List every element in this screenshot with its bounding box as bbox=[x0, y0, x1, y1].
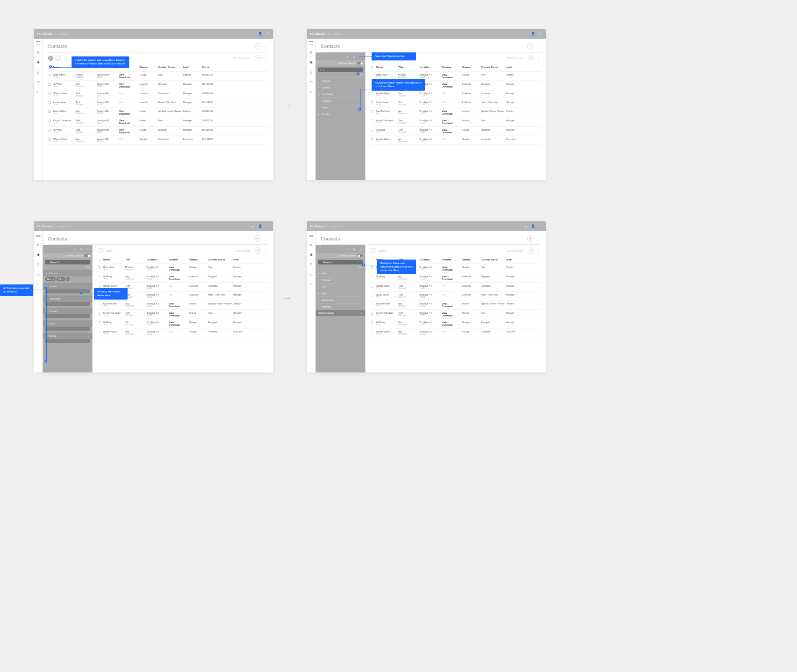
row-checkbox[interactable] bbox=[371, 138, 373, 141]
row-checkbox[interactable] bbox=[48, 138, 51, 141]
row-checkbox[interactable] bbox=[48, 92, 51, 95]
columns-icon[interactable]: ⦀ bbox=[528, 55, 534, 61]
table-row[interactable]: Wanda Sykes⚑✉ AppDeveloper Brooklyn NY11… bbox=[371, 328, 541, 337]
table-row[interactable]: Ali Wong⚑✉ TechManager Brooklyn NY11238 … bbox=[371, 127, 541, 136]
chip-close-icon[interactable]: × bbox=[53, 278, 54, 280]
filter-row[interactable]: +Skills⌄ bbox=[316, 270, 365, 276]
table-row[interactable]: Ali Wong⚑✉ AppDeveloper Brooklyn NY11238… bbox=[48, 81, 268, 90]
table-row[interactable]: Wanda Sykes⚑✉ TechManager Brooklyn NY112… bbox=[371, 90, 541, 99]
row-checkbox[interactable] bbox=[371, 110, 373, 113]
table-row[interactable]: Marc Maron⚑✉ ProductDesigner Brooklyn NY… bbox=[48, 72, 268, 81]
table-row[interactable]: Marc Maron⚑✉ ProductDesigner Brooklyn NY… bbox=[98, 264, 268, 273]
filter-row[interactable]: −Company⌄ bbox=[43, 308, 92, 314]
menu-icon[interactable] bbox=[36, 234, 40, 237]
zoom-icon[interactable]: ⊕ bbox=[352, 55, 356, 59]
chip[interactable]: HR × bbox=[56, 277, 65, 281]
table-row[interactable]: Ali Wong⚑✉ TechManager Brooklyn NY11238 … bbox=[371, 319, 541, 328]
row-checkbox[interactable] bbox=[371, 120, 373, 122]
table-row[interactable]: Ali Wong⚑✉ TechManager Brooklyn NY11238 … bbox=[48, 127, 268, 136]
add-button[interactable]: + bbox=[527, 43, 533, 49]
more-icon[interactable]: ⋮ bbox=[265, 224, 269, 228]
table-row[interactable]: Wanda Sykes⚑✉ AppDeveloper Brooklyn NY11… bbox=[371, 136, 541, 145]
page-more-icon[interactable]: ⋮ bbox=[536, 44, 541, 49]
row-checkbox[interactable] bbox=[48, 83, 51, 86]
zoom-icon[interactable]: ⊕ bbox=[79, 247, 83, 251]
col-status[interactable]: Contact Status bbox=[158, 66, 183, 69]
chip-close-icon[interactable]: × bbox=[62, 278, 64, 280]
table-row[interactable]: Wanda Sykes⚑✉ TechManager Brooklyn NY112… bbox=[48, 90, 268, 99]
filter-row[interactable]: −Status⌄ bbox=[43, 320, 92, 327]
table-row[interactable]: Wanda Sykes⚑✉ AppDeveloper Brooklyn NY11… bbox=[48, 136, 268, 145]
custom-search-row[interactable]: Custom Search⌄ bbox=[316, 310, 365, 316]
panel-more-icon[interactable]: ⋮ bbox=[359, 55, 363, 59]
advanced-toggle[interactable] bbox=[357, 62, 363, 64]
columns-icon[interactable]: ⦀ bbox=[255, 55, 261, 61]
row-checkbox[interactable] bbox=[48, 101, 51, 104]
page-more-icon[interactable]: ⋮ bbox=[263, 44, 268, 49]
user-icon[interactable]: 👤 bbox=[531, 224, 535, 228]
row-checkbox[interactable] bbox=[98, 321, 100, 324]
add-button[interactable]: + bbox=[527, 236, 533, 242]
table-row[interactable]: Lester Jones⚑✉ TechManager Brooklyn NY11… bbox=[371, 292, 541, 300]
filter-input[interactable] bbox=[45, 327, 90, 331]
table-row[interactable]: Kate McKinon⚑✉ AppDeveloper Brooklyn NY1… bbox=[98, 300, 268, 310]
table-row[interactable]: Kate McKinon⚑✉ AppDeveloper Brooklyn NY1… bbox=[48, 108, 268, 117]
advanced-toggle[interactable] bbox=[357, 254, 363, 257]
columns-icon[interactable]: ⦀ bbox=[528, 248, 534, 254]
filter-row[interactable]: −Date Added⌄ bbox=[43, 295, 92, 302]
table-row[interactable]: Kate McKinon⚑✉ AppDeveloper Brooklyn NY1… bbox=[371, 300, 541, 310]
table-row[interactable]: Wanda Sykes⚑✉ TechManager Brooklyn NY112… bbox=[371, 283, 541, 292]
nav-analytics-icon[interactable]: ⫼ bbox=[309, 89, 313, 94]
table-row[interactable]: Kenan Thompson⚑✉ TechManager Brooklyn NY… bbox=[98, 310, 268, 319]
row-checkbox[interactable] bbox=[98, 312, 100, 315]
table-row[interactable]: Lester Jones⚑✉ TechManager Brooklyn NY11… bbox=[371, 99, 541, 108]
filter-input[interactable] bbox=[45, 339, 90, 343]
menu-icon[interactable] bbox=[36, 41, 40, 45]
row-checkbox[interactable] bbox=[48, 110, 51, 113]
row-checkbox[interactable] bbox=[98, 285, 100, 288]
search-icon[interactable]: ⌕ bbox=[524, 32, 528, 36]
nav-folder-icon[interactable]: 🗀 bbox=[36, 80, 40, 84]
panel-back-icon[interactable]: ‹ bbox=[45, 248, 46, 251]
nav-analytics-icon[interactable]: ⫼ bbox=[36, 89, 40, 94]
panel-more-icon[interactable]: ⋮ bbox=[86, 247, 90, 251]
filter-row[interactable]: +Summary⌄ bbox=[316, 303, 365, 310]
col-source[interactable]: Source bbox=[140, 66, 158, 69]
filter-row[interactable]: +Geo⌄ bbox=[316, 283, 365, 290]
filter-row[interactable]: −Job title⌄ bbox=[43, 332, 92, 339]
nav-analytics-icon[interactable]: ⫼ bbox=[36, 282, 40, 286]
search-input[interactable]: ⌕Keyword bbox=[45, 260, 90, 264]
row-checkbox[interactable] bbox=[371, 276, 373, 278]
more-icon[interactable]: ⋮ bbox=[538, 224, 542, 228]
nav-contacts-icon[interactable]: ◉ bbox=[309, 252, 313, 257]
filter-input[interactable] bbox=[45, 302, 90, 306]
row-checkbox[interactable] bbox=[371, 74, 373, 76]
row-checkbox[interactable] bbox=[48, 120, 51, 122]
filter-row[interactable]: −Location⌄ bbox=[43, 283, 92, 289]
row-checkbox[interactable] bbox=[98, 276, 100, 278]
menu-icon[interactable] bbox=[309, 234, 313, 237]
row-checkbox[interactable] bbox=[371, 331, 373, 333]
chip-add-button[interactable]: + bbox=[66, 277, 70, 281]
more-icon[interactable]: ⋮ bbox=[265, 32, 269, 36]
row-checkbox[interactable] bbox=[371, 321, 373, 324]
table-row[interactable]: Wanda Sykes⚑✉ AppDeveloper Brooklyn NY11… bbox=[98, 328, 268, 337]
collapse-panel-button[interactable]: › bbox=[98, 248, 103, 253]
add-button[interactable]: + bbox=[254, 43, 260, 49]
search-expand-button[interactable]: › bbox=[56, 56, 61, 61]
nav-briefcase-icon[interactable]: 🗄 bbox=[36, 262, 40, 267]
select-all-checkbox[interactable] bbox=[371, 66, 373, 69]
nav-contacts-icon[interactable]: ◉ bbox=[36, 60, 40, 64]
row-checkbox[interactable] bbox=[98, 266, 100, 269]
row-checkbox[interactable] bbox=[371, 129, 373, 132]
search-icon[interactable]: ⌕ bbox=[524, 224, 528, 228]
row-checkbox[interactable] bbox=[371, 266, 373, 269]
subbar-more-icon[interactable]: ⋮ bbox=[536, 56, 541, 61]
user-icon[interactable]: 👤 bbox=[258, 224, 262, 228]
search-icon[interactable]: ⌕ bbox=[251, 224, 255, 228]
nav-folder-icon[interactable]: 🗀 bbox=[36, 272, 40, 276]
row-checkbox[interactable] bbox=[98, 331, 100, 333]
col-phone[interactable]: Phone bbox=[202, 66, 223, 69]
filter-row[interactable]: +Tags⌄ bbox=[316, 290, 365, 296]
filter-row[interactable]: +Company⌄ bbox=[316, 97, 365, 104]
